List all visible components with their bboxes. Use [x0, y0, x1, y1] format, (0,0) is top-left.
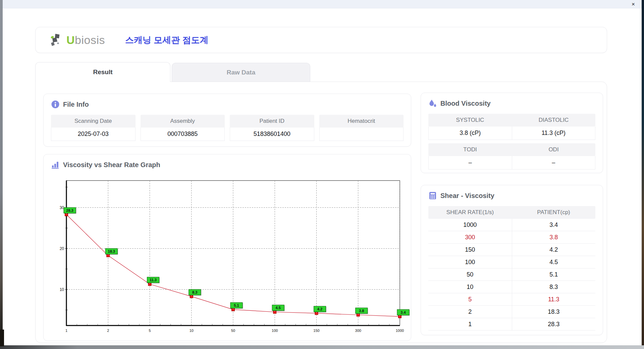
- svg-text:20: 20: [60, 246, 64, 251]
- desktop-edge-right: [642, 0, 644, 349]
- table-row: 50 5.1: [428, 268, 595, 281]
- sv-cell-patient: 8.3: [512, 281, 596, 293]
- file-info-title: File Info: [63, 101, 89, 108]
- tab-raw-data[interactable]: Raw Data: [172, 63, 310, 82]
- table-row: 1 28.3: [428, 318, 595, 331]
- sv-cell-rate: 100: [428, 256, 512, 268]
- field-assembly: Assembly 000703885: [141, 115, 225, 141]
- sv-cell-patient: 3.8: [512, 231, 596, 243]
- viscosity-chart: 1020301251050100150300100028.318.311.38.…: [48, 176, 408, 335]
- sv-cell-rate: 1000: [428, 219, 512, 231]
- close-button[interactable]: ×: [630, 1, 637, 8]
- svg-text:10: 10: [190, 329, 194, 333]
- svg-text:5.1: 5.1: [234, 303, 239, 307]
- tab-result[interactable]: Result: [35, 62, 170, 82]
- sv-cell-patient: 5.1: [512, 268, 596, 281]
- tab-panel-join: [36, 81, 170, 82]
- desktop: × Ubiosis 스캐닝 모세관 점도계 Result Raw Data: [0, 0, 644, 349]
- sv-cell-patient: 18.3: [512, 306, 596, 318]
- file-info-card: File Info Scanning Date 2025-07-03 Assem…: [43, 94, 411, 147]
- svg-text:4.2: 4.2: [317, 307, 322, 311]
- svg-text:1: 1: [65, 329, 67, 333]
- bv-value-todi: –: [428, 156, 512, 169]
- table-row: 100 4.5: [428, 256, 595, 268]
- svg-text:50: 50: [231, 329, 235, 333]
- table-row: 2 18.3: [428, 306, 595, 318]
- sv-cell-rate: 10: [428, 281, 512, 293]
- blood-viscosity-title: Blood Viscosity: [440, 100, 491, 107]
- sv-cell-patient: 11.3: [512, 293, 596, 305]
- svg-text:2: 2: [107, 329, 109, 333]
- sv-cell-rate: 50: [428, 268, 512, 281]
- table-row-highlighted: 300 3.8: [428, 231, 595, 244]
- file-info-fields: Scanning Date 2025-07-03 Assembly 000703…: [51, 115, 404, 141]
- svg-text:300: 300: [355, 329, 361, 333]
- field-patient-id: Patient ID 51838601400: [230, 115, 314, 141]
- sv-cell-rate: 2: [428, 306, 512, 318]
- field-label: Patient ID: [230, 115, 314, 128]
- field-scanning-date: Scanning Date 2025-07-03: [51, 115, 136, 141]
- blood-viscosity-table: SYSTOLIC DIASTOLIC 3.8 (cP) 11.3 (cP) TO…: [428, 114, 595, 173]
- sv-cell-rate: 150: [428, 244, 512, 256]
- table-row: 10 8.3: [428, 281, 595, 293]
- sv-cell-rate: 300: [428, 231, 512, 243]
- graph-title: Viscosity vs Shear Rate Graph: [63, 161, 160, 169]
- logo-letter-u: U: [66, 34, 75, 46]
- shear-viscosity-table: SHEAR RATE(1/s) PATIENT(cp) 1000 3.4 300…: [428, 206, 595, 331]
- bv-header-odi: ODI: [512, 143, 595, 156]
- bv-header-diastolic: DIASTOLIC: [512, 114, 595, 127]
- ubiosis-logo: Ubiosis: [50, 33, 105, 47]
- svg-text:100: 100: [272, 329, 278, 333]
- shear-viscosity-card: Shear - Viscosity SHEAR RATE(1/s) PATIEN…: [421, 185, 603, 335]
- viscosity-chart-area: 1020301251050100150300100028.318.311.38.…: [48, 176, 408, 335]
- table-row: 1000 3.4: [428, 219, 595, 231]
- bv-value-odi: –: [512, 156, 596, 169]
- bv-header-todi: TODI: [428, 143, 512, 156]
- svg-text:3.4: 3.4: [400, 310, 406, 314]
- svg-text:5: 5: [149, 329, 151, 333]
- sv-cell-patient: 4.2: [512, 244, 596, 256]
- svg-text:150: 150: [313, 329, 319, 333]
- sv-cell-rate: 5: [428, 293, 512, 305]
- field-value: 000703885: [141, 128, 225, 141]
- svg-text:28.3: 28.3: [66, 208, 73, 212]
- field-value: 2025-07-03: [51, 128, 136, 141]
- app-title: 스캐닝 모세관 점도계: [125, 34, 208, 46]
- result-panel: File Info Scanning Date 2025-07-03 Assem…: [35, 82, 607, 343]
- calculator-icon: [428, 191, 437, 200]
- bv-header-systolic: SYSTOLIC: [428, 114, 512, 127]
- svg-text:1000: 1000: [396, 329, 404, 333]
- svg-text:3.8: 3.8: [359, 309, 364, 313]
- svg-text:30: 30: [60, 205, 64, 210]
- sv-cell-patient: 3.4: [512, 219, 596, 231]
- sv-cell-rate: 1: [428, 318, 512, 330]
- sv-col-shear-rate: SHEAR RATE(1/s): [428, 206, 512, 219]
- bottom-bar: [0, 345, 644, 349]
- table-row-highlighted: 5 11.3: [428, 293, 595, 306]
- svg-text:8.3: 8.3: [192, 290, 197, 294]
- desktop-corner: [0, 330, 4, 346]
- svg-text:10: 10: [60, 287, 64, 292]
- svg-text:11.3: 11.3: [150, 278, 157, 282]
- sv-cell-patient: 28.3: [512, 318, 596, 330]
- field-hematocrit: Hematocrit: [319, 115, 404, 141]
- svg-text:4.5: 4.5: [276, 306, 281, 310]
- field-label: Assembly: [141, 115, 225, 128]
- table-row: 150 4.2: [428, 244, 595, 256]
- desktop-edge-left: [0, 0, 3, 349]
- blood-viscosity-card: Blood Viscosity SYSTOLIC DIASTOLIC 3.8 (…: [421, 93, 603, 173]
- shear-viscosity-title: Shear - Viscosity: [440, 192, 494, 200]
- bv-value-systolic: 3.8 (cP): [428, 127, 512, 140]
- field-value: 51838601400: [230, 128, 314, 141]
- logo-rest: biosis: [75, 34, 105, 46]
- title-bar: ×: [3, 0, 642, 8]
- blood-drop-icon: [428, 99, 437, 108]
- ubiosis-logo-text: Ubiosis: [66, 34, 105, 47]
- field-label: Scanning Date: [51, 115, 136, 128]
- graph-card: Viscosity vs Shear Rate Graph 1020301251…: [43, 154, 411, 341]
- svg-text:18.3: 18.3: [108, 249, 115, 253]
- header-card: Ubiosis 스캐닝 모세관 점도계: [35, 27, 607, 53]
- sv-col-patient: PATIENT(cp): [512, 206, 595, 219]
- field-value: [319, 128, 404, 141]
- bv-value-diastolic: 11.3 (cP): [512, 127, 596, 140]
